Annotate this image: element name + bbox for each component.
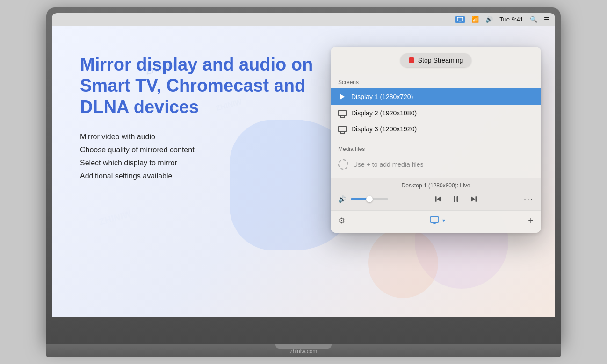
screen-item-display3[interactable]: Display 3 (1200x1920) — [331, 121, 541, 137]
menubar: 📶 🔊 Tue 9:41 🔍 ☰ — [52, 13, 555, 26]
airplay-icon — [428, 216, 441, 225]
svg-rect-6 — [476, 196, 477, 202]
speaker-icon: 🔊 — [338, 195, 346, 203]
svg-rect-4 — [454, 196, 455, 202]
screens-label: Screens — [331, 74, 541, 88]
screen-item-display2[interactable]: Display 2 (1920x1080) — [331, 105, 541, 121]
playback-bar: Desktop 1 (1280x800): Live 🔊 — [331, 178, 541, 210]
cast-button-area[interactable]: ▾ — [428, 216, 445, 225]
svg-rect-5 — [457, 196, 459, 202]
app-features: Mirror video with audio Choose quality o… — [80, 133, 323, 180]
playback-controls: 🔊 — [338, 193, 534, 206]
playback-title: Desktop 1 (1280x800): Live — [338, 182, 534, 189]
svg-marker-7 — [471, 196, 475, 202]
menu-icon[interactable]: ☰ — [544, 16, 549, 23]
monitor-icon-2 — [338, 110, 347, 116]
monitor-icon-3 — [338, 126, 347, 132]
more-button[interactable]: ··· — [524, 194, 534, 204]
display3-label: Display 3 (1200x1920) — [351, 125, 417, 133]
media-files-section: Media files Use + to add media files — [331, 137, 541, 178]
media-files-label: Media files — [331, 141, 541, 155]
laptop-notch — [275, 344, 332, 349]
menubar-time: Tue 9:41 — [499, 16, 523, 23]
media-placeholder-row: Use + to add media files — [331, 155, 541, 174]
feature-3: Select which display to mirror — [80, 159, 323, 167]
volume-slider[interactable] — [351, 198, 388, 200]
popup-panel: Stop Streaming Screens — [331, 47, 541, 233]
stop-streaming-button[interactable]: Stop Streaming — [400, 53, 472, 67]
stop-dot — [409, 57, 414, 63]
pause-button[interactable] — [449, 193, 462, 206]
screen-item-display1[interactable]: Display 1 (1280x720) — [331, 88, 541, 105]
laptop-wrapper: 📶 🔊 Tue 9:41 🔍 ☰ ZHINIW ZHINIW ZHINIW Mi… — [46, 7, 561, 357]
play-icon — [338, 93, 347, 101]
media-placeholder-text: Use + to add media files — [353, 161, 424, 168]
watermark-3: ZHINIW — [98, 208, 133, 228]
screens-section: Screens Display 1 (1280x720) — [331, 74, 541, 137]
screen-bezel: 📶 🔊 Tue 9:41 🔍 ☰ ZHINIW ZHINIW ZHINIW Mi… — [52, 13, 555, 317]
dashed-circle — [338, 159, 348, 170]
bg-shape-3 — [368, 228, 438, 298]
volume-icon: 🔊 — [485, 16, 493, 23]
app-headline: Mirror display and audio on Smart TV, Ch… — [80, 54, 323, 118]
display1-label: Display 1 (1280x720) — [351, 93, 413, 100]
feature-4: Additional settings available — [80, 172, 323, 180]
svg-rect-8 — [430, 217, 439, 222]
svg-rect-2 — [435, 196, 437, 202]
app-content: Mirror display and audio on Smart TV, Ch… — [80, 54, 323, 181]
laptop-outer: 📶 🔊 Tue 9:41 🔍 ☰ ZHINIW ZHINIW ZHINIW Mi… — [46, 7, 561, 344]
laptop-footer-text: zhiniw.com — [290, 348, 318, 355]
feature-2: Choose quality of mirrored content — [80, 146, 323, 154]
cast-chevron: ▾ — [442, 217, 445, 224]
stop-streaming-label: Stop Streaming — [418, 57, 463, 64]
feature-1: Mirror video with audio — [80, 133, 323, 141]
add-button[interactable]: + — [528, 215, 534, 226]
svg-marker-3 — [437, 196, 441, 202]
screen-content: ZHINIW ZHINIW ZHINIW Mirror display and … — [52, 26, 555, 317]
laptop-bottom: zhiniw.com — [46, 344, 561, 357]
prev-button[interactable] — [432, 193, 445, 206]
search-icon[interactable]: 🔍 — [530, 16, 537, 23]
svg-rect-0 — [457, 17, 463, 21]
menubar-cast-badge — [455, 16, 465, 23]
stop-streaming-area: Stop Streaming — [331, 47, 541, 74]
display2-label: Display 2 (1920x1080) — [351, 109, 417, 117]
svg-marker-1 — [340, 94, 345, 100]
gear-button[interactable]: ⚙ — [338, 216, 345, 226]
volume-thumb[interactable] — [366, 196, 373, 202]
wifi-icon: 📶 — [471, 16, 479, 23]
bottom-bar: ⚙ ▾ + — [331, 210, 541, 233]
next-button[interactable] — [467, 193, 480, 206]
